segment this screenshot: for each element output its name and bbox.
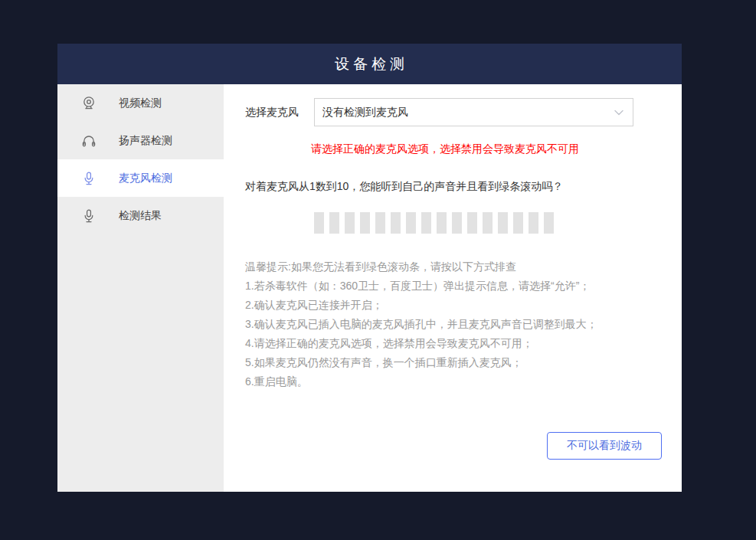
tips-line: 温馨提示:如果您无法看到绿色滚动条，请按以下方式排查 (245, 257, 597, 277)
volume-bar (483, 212, 493, 234)
microphone-icon (80, 170, 97, 187)
sidebar-item-label: 检测结果 (119, 209, 162, 223)
volume-bar (360, 212, 370, 234)
microphone-select-value: 没有检测到麦克风 (322, 106, 408, 119)
sidebar-item-speaker-check[interactable]: 扬声器检测 (57, 122, 224, 159)
tips-line: 5.如果麦克风仍然没有声音，换一个插口重新插入麦克风； (245, 353, 597, 372)
volume-bar (529, 212, 538, 234)
sidebar-item-check-result[interactable]: 检测结果 (57, 197, 224, 234)
tips-block: 温馨提示:如果您无法看到绿色滚动条，请按以下方式排查 1.若杀毒软件（如：360… (245, 257, 597, 391)
tips-line: 1.若杀毒软件（如：360卫士，百度卫士）弹出提示信息，请选择“允许”； (245, 277, 597, 296)
sidebar-item-label: 麦克风检测 (119, 172, 172, 185)
volume-bar (421, 212, 431, 234)
sidebar: 视频检测 扬声器检测 (57, 84, 224, 492)
microphone-warning-text: 请选择正确的麦克风选项，选择禁用会导致麦克风不可用 (311, 142, 579, 156)
volume-bar (513, 212, 523, 234)
volume-bar (467, 212, 477, 234)
volume-bar (314, 212, 324, 234)
dialog-body: 视频检测 扬声器检测 (57, 84, 682, 492)
dialog-header: 设备检测 (57, 44, 682, 84)
volume-bar (375, 212, 385, 234)
microphone-test-question: 对着麦克风从1数到10，您能听到自己的声音并且看到绿条滚动吗？ (245, 180, 563, 194)
device-check-dialog: 设备检测 视频检测 (57, 44, 682, 492)
cannot-see-wave-button[interactable]: 不可以看到波动 (547, 432, 662, 460)
microphone-icon (80, 208, 97, 224)
dialog-title: 设备检测 (331, 54, 408, 74)
sidebar-item-microphone-check[interactable]: 麦克风检测 (57, 159, 224, 197)
app-background: 设备检测 视频检测 (0, 0, 756, 540)
volume-bar (345, 212, 355, 234)
microphone-select-row: 选择麦克风 没有检测到麦克风 (245, 98, 633, 126)
volume-bar (437, 212, 447, 234)
tips-line: 3.确认麦克风已插入电脑的麦克风插孔中，并且麦克风声音已调整到最大； (245, 315, 597, 334)
chevron-down-icon (614, 110, 623, 116)
volume-bar (406, 212, 416, 234)
sidebar-item-video-check[interactable]: 视频检测 (57, 84, 224, 122)
microphone-select[interactable]: 没有检测到麦克风 (314, 98, 633, 126)
volume-bar (452, 212, 462, 234)
sidebar-item-label: 扬声器检测 (119, 134, 172, 148)
volume-bar (498, 212, 508, 234)
volume-bar (329, 212, 339, 234)
volume-bar (391, 212, 401, 234)
headphones-icon (80, 133, 97, 149)
content-panel: 选择麦克风 没有检测到麦克风 请选择正确的麦克风选项，选择禁用会导致麦克风不可用… (224, 84, 682, 492)
tips-line: 6.重启电脑。 (245, 372, 597, 391)
webcam-icon (80, 95, 97, 112)
volume-bar (544, 212, 554, 234)
volume-bars (314, 212, 554, 234)
tips-line: 4.请选择正确的麦克风选项，选择禁用会导致麦克风不可用； (245, 334, 597, 353)
tips-line: 2.确认麦克风已连接并开启； (245, 296, 597, 315)
microphone-select-label: 选择麦克风 (245, 106, 299, 119)
sidebar-item-label: 视频检测 (119, 97, 162, 110)
